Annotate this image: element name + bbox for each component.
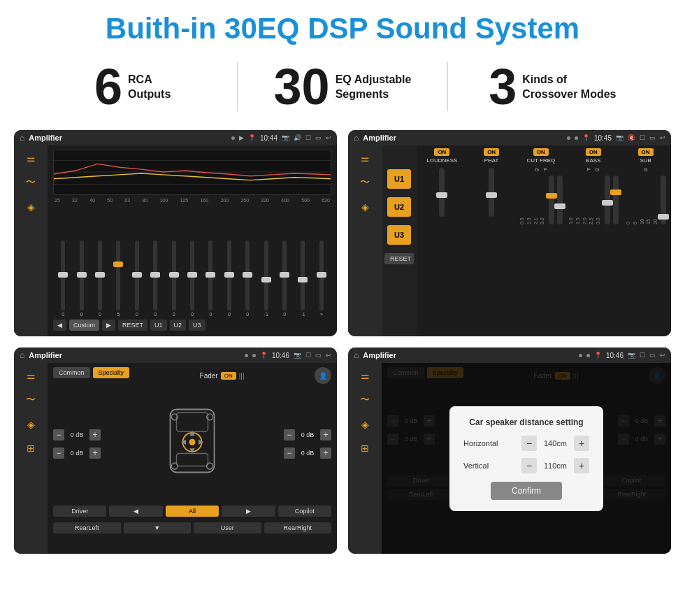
eq-slider-14[interactable]: » <box>313 241 330 317</box>
db-plus-fr[interactable]: + <box>320 429 331 440</box>
back-icon4[interactable]: ↩ <box>660 352 665 359</box>
copilot-btn[interactable]: Copilot <box>278 506 331 517</box>
s4-main: Common Specialty Fader ON ||| 👤 <box>382 363 671 554</box>
eq-slider-8[interactable]: 0 <box>202 241 219 317</box>
modal-vertical-plus[interactable]: + <box>574 458 589 473</box>
speaker-icon4[interactable]: ◈ <box>361 419 369 430</box>
modal-horizontal-minus[interactable]: − <box>521 436 537 451</box>
db-minus-fr[interactable]: − <box>284 429 295 440</box>
eq-u2-btn[interactable]: U2 <box>170 320 187 331</box>
eq-slider-1[interactable]: 0 <box>73 241 89 317</box>
fader-on[interactable]: ON <box>221 372 236 380</box>
eq-slider-0[interactable]: 0 <box>55 241 71 317</box>
eq-slider-7[interactable]: 0 <box>184 241 201 317</box>
rearright-btn[interactable]: RearRight <box>264 522 332 533</box>
wave-icon2[interactable]: 〜 <box>360 176 370 189</box>
eq-slider-13[interactable]: -1 <box>294 241 311 317</box>
freq-25: 25 <box>55 198 60 203</box>
u2-btn[interactable]: U2 <box>387 197 411 217</box>
modal-vertical-minus[interactable]: − <box>521 458 537 473</box>
eq-slider-5[interactable]: 0 <box>147 241 164 317</box>
db-minus-rl[interactable]: − <box>53 447 64 459</box>
stat-eq: 30 EQ AdjustableSegments <box>252 62 433 112</box>
profile-icon[interactable]: 👤 <box>319 372 327 380</box>
home-icon2[interactable]: ⌂ <box>354 133 359 143</box>
user-btn[interactable]: User <box>194 522 261 533</box>
db-plus-rl[interactable]: + <box>89 447 101 459</box>
freq-40: 40 <box>89 198 95 203</box>
freq-50: 50 <box>107 198 113 203</box>
bottom-nav: Driver ◀ All ▶ Copilot <box>53 506 331 517</box>
expand-icon3[interactable]: ⊞ <box>27 443 35 454</box>
eq-u3-btn[interactable]: U3 <box>189 320 206 331</box>
back-icon2[interactable]: ↩ <box>660 134 665 141</box>
speaker-icon[interactable]: ◈ <box>27 201 35 213</box>
sub-on[interactable]: ON <box>638 148 654 156</box>
cutfreq-on[interactable]: ON <box>533 148 549 156</box>
eq-icon4[interactable]: ⚌ <box>361 370 370 381</box>
eq-prev-btn[interactable]: ◀ <box>53 320 66 331</box>
wave-icon3[interactable]: 〜 <box>26 394 36 406</box>
specialty-tab[interactable]: Specialty <box>93 367 130 378</box>
modal-overlay: Car speaker distance setting Horizontal … <box>382 363 671 554</box>
rearleft-btn[interactable]: RearLeft <box>53 522 121 533</box>
signal-icon4: ☐ <box>640 352 645 359</box>
eq-slider-4[interactable]: 0 <box>129 241 145 317</box>
eq-slider-2[interactable]: 0 <box>92 241 108 317</box>
db-control-rr: − 0 dB + <box>284 447 331 459</box>
back-icon3[interactable]: ↩ <box>326 352 331 359</box>
db-plus-fl[interactable]: + <box>89 429 101 440</box>
eq-slider-9[interactable]: 0 <box>221 241 238 317</box>
speaker-icon2[interactable]: ◈ <box>361 201 369 213</box>
eq-u1-btn[interactable]: U1 <box>150 320 167 331</box>
back-icon[interactable]: ↩ <box>326 134 331 141</box>
all-btn[interactable]: All <box>166 506 219 517</box>
stat-eq-number: 30 <box>274 62 330 112</box>
db-minus-rr[interactable]: − <box>284 447 295 459</box>
expand-icon4[interactable]: ⊞ <box>361 443 369 454</box>
eq-reset-btn[interactable]: RESET <box>118 320 147 331</box>
modal-vertical-value: 110cm <box>540 461 571 470</box>
modal-horizontal-value: 140cm <box>540 439 571 447</box>
eq-play-btn[interactable]: ▶ <box>102 320 115 331</box>
wave-icon[interactable]: 〜 <box>26 176 36 189</box>
home-icon3[interactable]: ⌂ <box>20 350 24 360</box>
speaker-icon3[interactable]: ◈ <box>27 419 35 430</box>
wave-icon4[interactable]: 〜 <box>360 394 370 406</box>
db-control-fl: − 0 dB + <box>53 429 101 440</box>
u3-btn[interactable]: U3 <box>387 225 411 245</box>
driver-btn[interactable]: Driver <box>53 506 106 517</box>
arrow-right-btn[interactable]: ▶ <box>222 506 275 517</box>
eq-slider-3[interactable]: 5 <box>110 241 127 317</box>
arrow-left-btn[interactable]: ◀ <box>109 506 162 517</box>
eq-icon3[interactable]: ⚌ <box>27 370 36 381</box>
bass-on[interactable]: ON <box>586 148 601 156</box>
u1-btn[interactable]: U1 <box>387 169 411 189</box>
eq-slider-10[interactable]: 0 <box>239 241 256 317</box>
home-icon[interactable]: ⌂ <box>20 133 24 143</box>
freq-250: 250 <box>240 198 249 203</box>
home-icon4[interactable]: ⌂ <box>354 350 359 360</box>
phat-label: PHAT <box>484 157 499 164</box>
battery-icon3: ▭ <box>315 352 322 359</box>
eq-slider-12[interactable]: 0 <box>276 241 293 317</box>
modal-horizontal-plus[interactable]: + <box>574 436 589 451</box>
eq-slider-11[interactable]: -1 <box>257 241 274 317</box>
distance-modal: Car speaker distance setting Horizontal … <box>449 406 603 511</box>
eq-icon[interactable]: ⚌ <box>27 152 36 164</box>
status-dot4a <box>579 354 582 357</box>
eq-icon2[interactable]: ⚌ <box>361 152 370 164</box>
loudness-group: ON LOUDNESS <box>419 148 465 224</box>
confirm-button[interactable]: Confirm <box>491 482 562 500</box>
eq-custom-btn[interactable]: Custom <box>69 320 99 331</box>
phat-on[interactable]: ON <box>484 148 499 156</box>
db-plus-rr[interactable]: + <box>320 447 331 459</box>
reset-btn2[interactable]: RESET <box>384 253 414 264</box>
db-value-rl: 0 dB <box>67 450 87 457</box>
db-minus-fl[interactable]: − <box>53 429 64 440</box>
loudness-on[interactable]: ON <box>434 148 449 156</box>
arrow-down-btn[interactable]: ▼ <box>124 522 192 533</box>
screen4-modal: ⌂ Amplifier 📍 10:46 📷 ☐ ▭ ↩ ⚌ 〜 ◈ ⊞ <box>348 348 671 554</box>
eq-slider-6[interactable]: 0 <box>165 241 182 317</box>
common-tab[interactable]: Common <box>53 367 90 378</box>
